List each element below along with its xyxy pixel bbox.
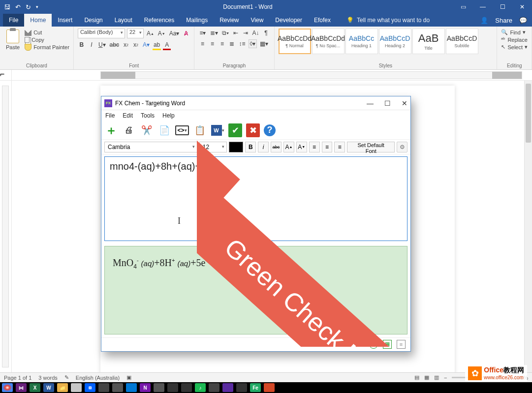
borders-icon[interactable]: ▦▾: [259, 39, 269, 48]
numbering-icon[interactable]: ≣▾: [209, 29, 219, 37]
close-icon[interactable]: ✕: [512, 3, 532, 10]
fxchem-help-icon[interactable]: ?: [264, 124, 276, 136]
line-spacing-icon[interactable]: ↕≡: [238, 39, 246, 48]
justify-icon[interactable]: ≣: [228, 39, 236, 48]
fxchem-align-left-button[interactable]: ≡: [309, 142, 320, 152]
subscript-button[interactable]: x2: [122, 40, 130, 49]
zoom-out-icon[interactable]: −: [444, 375, 447, 381]
fxchem-menu-help[interactable]: Help: [162, 112, 175, 119]
fxchem-input-area[interactable]: mno4-(aq)+8h+(aq)+5e- I: [104, 156, 407, 241]
fxchem-size-select[interactable]: 12: [199, 142, 227, 152]
text-effects-icon[interactable]: A▾: [142, 40, 151, 49]
app-icon-5[interactable]: [154, 383, 164, 392]
fxchem-code-button[interactable]: <>: [175, 125, 189, 135]
change-case-icon[interactable]: Aa▾: [168, 29, 181, 38]
fxchem-maximize-icon[interactable]: ☐: [384, 99, 391, 107]
fxchem-taskbar-icon[interactable]: Fe: [250, 383, 261, 392]
tab-layout[interactable]: Layout: [109, 14, 138, 27]
increase-indent-icon[interactable]: ⇥: [242, 29, 250, 37]
bullets-icon[interactable]: ≡▾: [198, 29, 207, 37]
app-icon-1[interactable]: [71, 383, 82, 392]
strikethrough-button[interactable]: abc: [109, 40, 120, 49]
fxchem-menu-tools[interactable]: Tools: [141, 112, 155, 119]
qat-customize-icon[interactable]: ▾: [36, 4, 38, 9]
excel-icon[interactable]: X: [30, 383, 40, 392]
shrink-font-icon[interactable]: A▼: [157, 29, 166, 38]
tab-design[interactable]: Design: [78, 14, 108, 27]
fxchem-set-default-button[interactable]: Set Default Font: [347, 142, 395, 152]
style-heading-2[interactable]: AaBbCcDHeading 2: [379, 29, 411, 54]
bold-button[interactable]: B: [78, 40, 86, 49]
style--normal[interactable]: AaBbCcDd¶ Normal: [279, 29, 311, 54]
chrome-icon[interactable]: [2, 383, 13, 392]
app-icon-10[interactable]: [236, 383, 247, 392]
app-icon-2[interactable]: [98, 383, 109, 392]
tab-view[interactable]: View: [245, 14, 270, 27]
style-title[interactable]: AaBTitle: [412, 29, 445, 54]
word-icon[interactable]: W: [43, 383, 54, 392]
select-button[interactable]: ↖Select ▾: [501, 43, 528, 51]
fxchem-align-right-button[interactable]: ≡: [334, 142, 345, 152]
cut-button[interactable]: Cut: [25, 29, 69, 36]
view-print-icon[interactable]: ▦: [424, 374, 429, 381]
highlight-icon[interactable]: ab: [153, 40, 161, 49]
fxchem-strike-button[interactable]: abc: [271, 142, 282, 152]
app-icon-6[interactable]: [167, 383, 178, 392]
fxchem-insert-check-icon[interactable]: ✔: [228, 123, 242, 137]
underline-button[interactable]: U▾: [97, 40, 107, 49]
fxchem-copy-icon[interactable]: 📄: [157, 123, 171, 137]
superscript-button[interactable]: x2: [132, 40, 140, 49]
align-right-icon[interactable]: ≡: [218, 39, 226, 48]
find-button[interactable]: 🔍Find ▾: [501, 29, 528, 36]
align-center-icon[interactable]: ≡: [208, 39, 216, 48]
fxchem-font-select[interactable]: Cambria: [104, 142, 197, 152]
fxchem-titlebar[interactable]: FX FX Chem - Targeting Word — ☐ ✕: [101, 96, 410, 110]
fxchem-grow-font-button[interactable]: A▲: [283, 142, 294, 152]
fxchem-print-icon[interactable]: 🖨: [122, 123, 136, 137]
tab-review[interactable]: Review: [214, 14, 245, 27]
vertical-ruler[interactable]: [0, 81, 12, 372]
fxchem-color-swatch[interactable]: [229, 142, 244, 152]
tab-developer[interactable]: Developer: [269, 14, 308, 27]
fxchem-grid-icon[interactable]: ▦: [383, 340, 392, 349]
save-icon[interactable]: 🖫: [4, 3, 10, 11]
redo-icon[interactable]: ↻: [26, 3, 31, 11]
align-left-icon[interactable]: ≡: [198, 39, 206, 48]
decrease-indent-icon[interactable]: ⇤: [232, 29, 240, 37]
onenote-icon[interactable]: N: [140, 383, 151, 392]
view-read-icon[interactable]: ▤: [414, 374, 419, 381]
fxchem-cancel-icon[interactable]: ✖: [246, 123, 260, 137]
clear-formatting-icon[interactable]: A̷: [182, 29, 190, 38]
minimize-icon[interactable]: —: [473, 3, 493, 10]
font-name-select[interactable]: Calibri (Body): [78, 29, 125, 38]
sort-icon[interactable]: A↓: [251, 29, 260, 37]
fxchem-align-center-button[interactable]: ≡: [322, 142, 333, 152]
scrollbar-thumb[interactable]: [526, 84, 531, 143]
status-proofing-icon[interactable]: ✎: [64, 374, 69, 381]
vertical-scrollbar[interactable]: [524, 81, 532, 372]
fxchem-shrink-font-button[interactable]: A▼: [296, 142, 307, 152]
tab-efofex[interactable]: Efofex: [308, 14, 337, 27]
font-size-select[interactable]: 22: [127, 29, 144, 38]
visualstudio-icon[interactable]: ⋈: [16, 383, 27, 392]
multilevel-icon[interactable]: ⧉▾: [221, 29, 230, 37]
fxchem-settings-icon[interactable]: ⚙: [397, 142, 407, 152]
fxchem-italic-button[interactable]: i: [258, 142, 269, 152]
app-icon-3[interactable]: [112, 383, 123, 392]
share-button[interactable]: Share: [495, 17, 512, 24]
tab-home[interactable]: Home: [24, 14, 52, 27]
tab-insert[interactable]: Insert: [52, 14, 78, 27]
explorer-icon[interactable]: 📁: [57, 383, 68, 392]
tab-file[interactable]: File: [3, 14, 24, 27]
replace-button[interactable]: ᵃᵇReplace: [501, 36, 528, 43]
fxchem-cut-icon[interactable]: ✂️: [140, 123, 154, 137]
account-icon[interactable]: 👤: [480, 17, 488, 24]
paste-button[interactable]: Paste: [4, 29, 22, 51]
tab-references[interactable]: References: [138, 14, 180, 27]
style-heading-1[interactable]: AaBbCcHeading 1: [345, 29, 378, 54]
comments-icon[interactable]: 💬: [519, 17, 527, 24]
italic-button[interactable]: I: [88, 40, 95, 49]
tell-me-search[interactable]: 💡 Tell me what you want to do: [346, 17, 430, 24]
fxchem-minimize-icon[interactable]: —: [367, 99, 374, 107]
app-icon-4[interactable]: [126, 383, 137, 392]
